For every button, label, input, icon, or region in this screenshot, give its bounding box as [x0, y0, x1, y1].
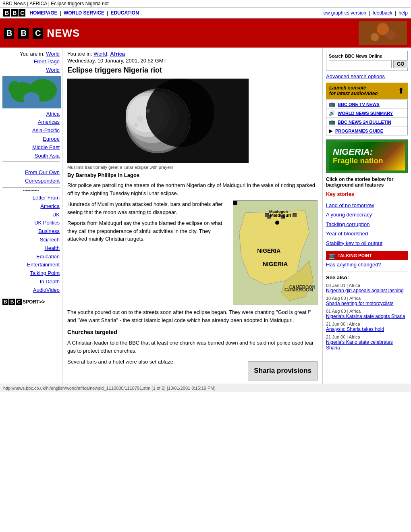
asia-pacific-link[interactable]: Asia-Pacific [2, 127, 60, 135]
svg-rect-24 [233, 201, 237, 205]
africa-breadcrumb-link[interactable]: Africa [110, 51, 125, 57]
world-link-content[interactable]: World [93, 51, 107, 57]
south-asia-link[interactable]: South Asia [2, 152, 60, 160]
middle-section: Hundreds of Muslim youths attacked hotel… [67, 200, 318, 305]
byline: By Barnaby Phillips in Lagos [67, 172, 318, 178]
see-also-link-4[interactable]: Nigeria's Kano state celebrates Sharia [326, 339, 393, 351]
from-our-own-link[interactable]: From Our Own [2, 168, 60, 177]
top-right-links: low graphics version | feedback | help [322, 10, 408, 16]
key-story-2[interactable]: Tackling corruption [326, 220, 408, 229]
nigeria-country-text: NIGERIA: [333, 148, 373, 156]
see-also-link-3[interactable]: Analysis: Sharia takes hold [326, 326, 384, 332]
key-story-0[interactable]: Land of no tomorrow [326, 201, 408, 210]
search-box: Search BBC News Online GO [326, 51, 408, 71]
world-link[interactable]: World [2, 66, 60, 75]
talking-point-link[interactable]: Has anything changed? [326, 262, 381, 268]
key-stories-label: Key stories [326, 191, 408, 197]
front-page-link[interactable]: Front Page [2, 58, 60, 66]
header-decorative-image [359, 21, 407, 45]
bbc-sport-b2: B [9, 299, 15, 305]
map-maiduguri-label: Maiduguri [265, 212, 297, 219]
bottom-section: Several bars and a hotel were also set a… [67, 358, 318, 380]
homepage-link[interactable]: HOMEPAGE [29, 10, 57, 16]
advanced-search-link[interactable]: Advanced search options [326, 73, 385, 79]
top-nav: B B C HOMEPAGE | WORLD SERVICE | EDUCATI… [0, 8, 411, 19]
page-date: Wednesday, 10 January, 2001, 20:52 GMT [67, 58, 318, 64]
homepage-anchor[interactable]: HOMEPAGE [29, 10, 57, 16]
world-news-link[interactable]: WORLD NEWS SUMMARY [338, 111, 393, 116]
audio-video-link[interactable]: AudioVideo [2, 286, 60, 295]
bbc-header-b1: B [4, 28, 14, 39]
world-service-link[interactable]: WORLD SERVICE [64, 10, 104, 16]
feedback-link[interactable]: feedback [373, 10, 392, 16]
svg-point-17 [137, 116, 143, 122]
nigeria-banner: NIGERIA: Fragile nation [326, 139, 408, 173]
fragile-nation-text: Fragile nation [333, 156, 383, 166]
churches-para-1: A Christian leader told the BBC that at … [67, 339, 318, 355]
churches-heading: Churches targeted [67, 328, 318, 337]
see-also-2: 01 Aug 00 | Africa Nigeria's Katsina sta… [326, 309, 408, 319]
audio-icon: 🔊 [329, 110, 335, 116]
article-title: Eclipse triggers Nigeria riot [67, 66, 318, 75]
launch-text: Launch consolefor latest audio/video [329, 85, 378, 96]
see-also-label: See also: [326, 274, 408, 281]
svg-point-2 [386, 30, 396, 40]
world-service-anchor[interactable]: WORLD SERVICE [64, 10, 104, 16]
help-link[interactable]: help [399, 10, 408, 16]
correspondent-link[interactable]: Correspondent [2, 177, 60, 185]
key-story-3[interactable]: Year of bloodshed [326, 229, 408, 238]
in-depth-link[interactable]: In Depth [2, 278, 60, 286]
bbc-one-link[interactable]: BBC ONE TV NEWS [338, 102, 380, 107]
sci-tech-link[interactable]: Sci/Tech [2, 236, 60, 244]
see-also-link-1[interactable]: Sharia beating for motorcyclists [326, 301, 393, 306]
entertainment-link[interactable]: Entertainment [2, 261, 60, 269]
europe-link[interactable]: Europe [2, 135, 60, 143]
uk-link[interactable]: UK [2, 211, 60, 219]
search-input[interactable] [329, 60, 392, 68]
africa-link[interactable]: Africa [2, 110, 60, 118]
middle-east-link[interactable]: Middle East [2, 143, 60, 152]
health-link[interactable]: Health [2, 244, 60, 253]
see-also-link-2[interactable]: Nigeria's Katsina state adopts Sharia [326, 314, 405, 319]
letter-from-link[interactable]: Letter From [2, 194, 60, 202]
title-text: BBC News | AFRICA | Eclipse triggers Nig… [2, 1, 109, 6]
bbc-news-24-link[interactable]: BBC NEWS 24 BULLETIN [338, 120, 391, 125]
key-story-4[interactable]: Stability key to oil output [326, 239, 408, 248]
education-anchor[interactable]: EDUCATION [110, 10, 139, 16]
search-go-button[interactable]: GO [393, 60, 408, 68]
svg-point-3 [371, 33, 379, 41]
see-also-3: 21 Jun 00 | Africa Analysis: Sharia take… [326, 322, 408, 332]
see-also-date-0: 08 Jan 01 | Africa [326, 283, 408, 288]
talking-point-nav-link[interactable]: Talking Point [2, 269, 60, 278]
america-link[interactable]: America [2, 202, 60, 211]
launch-console[interactable]: Launch consolefor latest audio/video ⬆ [326, 83, 408, 99]
para-4: The youths poured out on to the streets … [67, 308, 318, 324]
tv-icon-2: 📺 [329, 119, 335, 125]
bbc-header-b3: C [33, 28, 43, 39]
uk-politics-link[interactable]: UK Politics [2, 219, 60, 227]
business-link[interactable]: Business [2, 227, 60, 236]
talking-point-icon: 📺 [328, 252, 335, 259]
education-link[interactable]: EDUCATION [110, 10, 139, 16]
separator2: | [395, 10, 397, 16]
programmes-guide-link[interactable]: PROGRAMMES GUIDE [335, 129, 383, 133]
bbc-b1: B [3, 9, 10, 17]
title-bar: BBC News | AFRICA | Eclipse triggers Nig… [0, 0, 411, 8]
svg-point-18 [146, 109, 150, 113]
article-body: Riot police are patrolling the streets o… [67, 181, 318, 380]
low-graphics-link[interactable]: low graphics version [322, 10, 366, 16]
svg-point-23 [275, 221, 279, 225]
world-map-image [2, 76, 61, 108]
world-breadcrumb-link[interactable]: World [46, 51, 60, 57]
education-nav-link[interactable]: Education [2, 253, 60, 261]
bbc-b2: B [11, 9, 18, 17]
see-also-link-0[interactable]: Nigerian girl appeals against lashing [326, 288, 404, 293]
key-story-1[interactable]: A young democracy [326, 210, 408, 219]
content-area: You are in: World: Africa Wednesday, 10 … [62, 48, 322, 384]
bbc-sport-logo[interactable]: B B C SPORT>> [2, 299, 60, 305]
article-main-image [67, 79, 249, 163]
see-also-date-3: 21 Jun 00 | Africa [326, 322, 408, 326]
bbc-sport-b3: C [16, 299, 22, 305]
americas-link[interactable]: Americas [2, 118, 60, 127]
map-cameroon-label: CAMEROON [284, 286, 313, 293]
